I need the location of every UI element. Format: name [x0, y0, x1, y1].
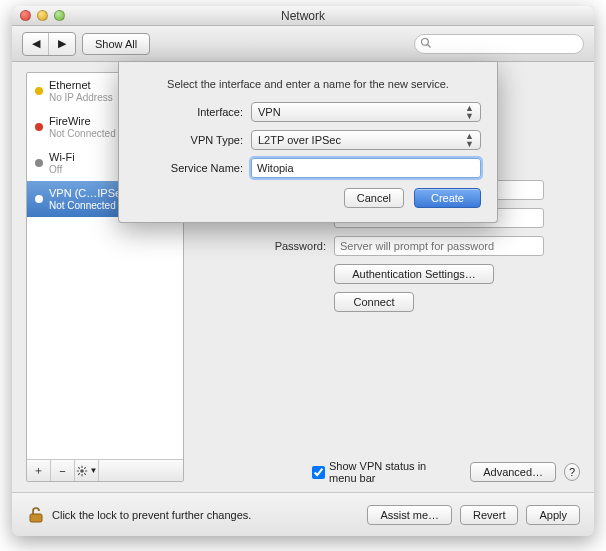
password-label: Password: [198, 240, 326, 252]
chevron-down-icon: ▼ [90, 466, 98, 475]
svg-line-10 [84, 467, 86, 469]
gear-icon [76, 465, 88, 477]
show-status-input[interactable] [312, 466, 325, 479]
advanced-button[interactable]: Advanced… [470, 462, 556, 482]
sidebar-item-status: No IP Address [49, 92, 113, 103]
interface-label: Interface: [135, 106, 243, 118]
svg-line-1 [428, 44, 431, 47]
toolbar: ◀ ▶ Show All [12, 26, 594, 62]
svg-line-11 [78, 473, 80, 475]
status-dot-icon [35, 87, 43, 95]
svg-point-3 [80, 469, 84, 473]
status-dot-icon [35, 195, 43, 203]
servicename-input[interactable] [251, 158, 481, 178]
create-button[interactable]: Create [414, 188, 481, 208]
search-input[interactable] [414, 34, 584, 54]
assist-button[interactable]: Assist me… [367, 505, 452, 525]
show-status-checkbox[interactable]: Show VPN status in menu bar [312, 460, 454, 484]
nav-seg: ◀ ▶ [22, 32, 76, 56]
svg-line-9 [84, 473, 86, 475]
remove-service-button[interactable]: − [51, 460, 75, 481]
window-title: Network [12, 9, 594, 23]
chevron-left-icon: ◀ [32, 37, 40, 50]
servicename-label: Service Name: [135, 162, 243, 174]
revert-button[interactable]: Revert [460, 505, 518, 525]
service-actions-button[interactable]: ▼ [75, 460, 99, 481]
chevron-updown-icon: ▲▼ [465, 104, 474, 120]
plus-icon: ＋ [33, 463, 44, 478]
cancel-button[interactable]: Cancel [344, 188, 404, 208]
back-button[interactable]: ◀ [23, 33, 49, 55]
svg-rect-12 [30, 514, 42, 522]
apply-button[interactable]: Apply [526, 505, 580, 525]
chevron-right-icon: ▶ [58, 37, 66, 50]
sidebar-footer: ＋ − ▼ [27, 459, 183, 481]
minus-icon: − [59, 465, 65, 477]
auth-settings-button[interactable]: Authentication Settings… [334, 264, 494, 284]
show-all-button[interactable]: Show All [82, 33, 150, 55]
detail-bottom: Show VPN status in menu bar Advanced… ? [184, 460, 580, 484]
sidebar-item-status: Off [49, 164, 75, 175]
footer: Click the lock to prevent further change… [12, 492, 594, 536]
new-service-sheet: Select the interface and enter a name fo… [118, 62, 498, 223]
help-button[interactable]: ? [564, 463, 580, 481]
search-icon [420, 37, 432, 49]
interface-select[interactable]: VPN ▲▼ [251, 102, 481, 122]
title-bar: Network [12, 6, 594, 26]
search-field-wrap [414, 34, 584, 54]
lock-row[interactable]: Click the lock to prevent further change… [26, 505, 251, 525]
status-dot-icon [35, 159, 43, 167]
prefs-window: Network ◀ ▶ Show All EthernetNo IP Addre… [12, 6, 594, 536]
connect-button[interactable]: Connect [334, 292, 414, 312]
show-status-label: Show VPN status in menu bar [329, 460, 454, 484]
add-service-button[interactable]: ＋ [27, 460, 51, 481]
sheet-message: Select the interface and enter a name fo… [135, 78, 481, 90]
lock-text: Click the lock to prevent further change… [52, 509, 251, 521]
forward-button[interactable]: ▶ [49, 33, 75, 55]
unlock-icon [26, 505, 46, 525]
svg-point-0 [422, 38, 429, 45]
status-dot-icon [35, 123, 43, 131]
svg-line-8 [78, 467, 80, 469]
vpntype-select[interactable]: L2TP over IPSec ▲▼ [251, 130, 481, 150]
chevron-updown-icon: ▲▼ [465, 132, 474, 148]
password-input[interactable] [334, 236, 544, 256]
sidebar-item-label: Wi-Fi [49, 151, 75, 163]
vpntype-label: VPN Type: [135, 134, 243, 146]
select-value: L2TP over IPSec [258, 134, 341, 146]
select-value: VPN [258, 106, 281, 118]
sidebar-item-status: Not Connected [49, 128, 116, 139]
question-icon: ? [569, 466, 575, 478]
sidebar-item-label: FireWire [49, 115, 116, 127]
sidebar-item-label: Ethernet [49, 79, 113, 91]
